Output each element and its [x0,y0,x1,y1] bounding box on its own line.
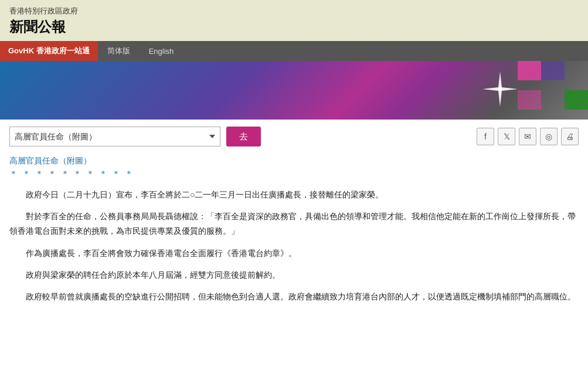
twitter-icon[interactable]: 𝕏 [498,128,515,145]
header: 香港特別行政區政府 新聞公報 [0,0,588,41]
facebook-icon[interactable]: f [477,128,494,145]
article-body: 政府今日（二月十九日）宣布，李百全將於二○二一年三月一日出任廣播處長，接替離任的… [9,188,579,304]
toolbar-row: 高層官員任命（附圖） 去 f 𝕏 ✉ ◎ 🖨 [9,127,579,146]
nav-simplified-link[interactable]: 简体版 [98,41,140,61]
paragraph-4: 政府與梁家榮的聘任合約原於本年八月屆滿，經雙方同意後提前解約。 [9,268,579,282]
article-divider-stars: ＊ ＊ ＊ ＊ ＊ ＊ ＊ ＊ ＊ ＊ [9,169,579,179]
content-area: 高層官員任命（附圖） 去 f 𝕏 ✉ ◎ 🖨 高層官員任命（附圖） ＊ ＊ ＊ … [0,120,588,304]
nav-bar: GovHK 香港政府一站通 简体版 English [0,41,588,61]
paragraph-3: 作為廣播處長，李百全將會致力確保香港電台全面履行《香港電台約章》。 [9,246,579,261]
header-subtitle: 香港特別行政區政府 [9,6,579,16]
paragraph-1: 政府今日（二月十九日）宣布，李百全將於二○二一年三月一日出任廣播處長，接替離任的… [9,188,579,202]
banner-image [0,61,588,120]
paragraph-2: 對於李百全的任命，公務員事務局局長聶德權說：「李百全是資深的政務官，具備出色的領… [9,209,579,238]
social-icons-group: f 𝕏 ✉ ◎ 🖨 [477,128,579,145]
email-icon[interactable]: ✉ [519,128,536,145]
header-title: 新聞公報 [9,18,579,36]
article-title: 高層官員任命（附圖） [9,156,579,166]
instagram-icon[interactable]: ◎ [540,128,558,145]
go-button[interactable]: 去 [226,127,261,146]
nav-govhk-link[interactable]: GovHK 香港政府一站通 [0,41,98,61]
article-dropdown[interactable]: 高層官員任命（附圖） [9,127,220,146]
paragraph-5: 政府較早前曾就廣播處長的空缺進行公開招聘，但未能物色到合適人選。政府會繼續致力培… [9,289,579,304]
sparkle-decoration [482,71,518,107]
nav-english-link[interactable]: English [140,41,183,61]
print-icon[interactable]: 🖨 [561,128,579,145]
svg-point-1 [498,87,502,91]
banner-squares [518,61,588,120]
